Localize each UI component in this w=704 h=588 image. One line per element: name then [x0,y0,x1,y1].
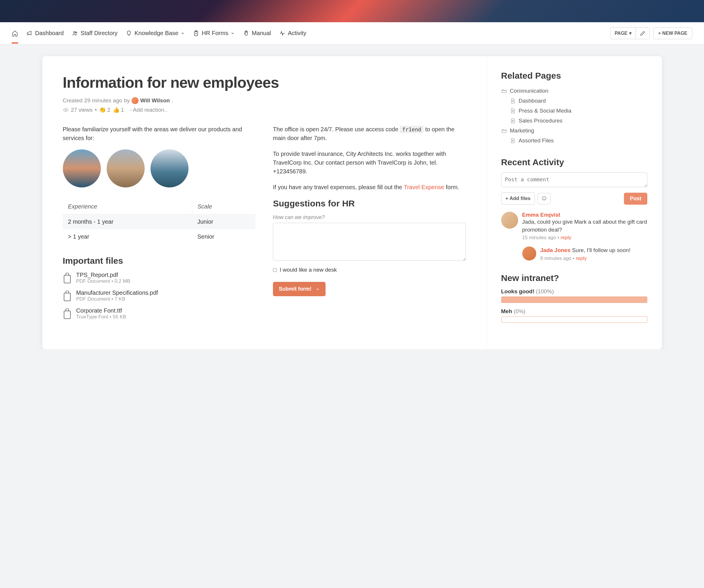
page-title: Information for new employees [63,74,466,91]
poll-option-label: Meh (0%) [501,308,647,315]
tree-doc[interactable]: Press & Social Media [501,106,647,116]
poll-option-label: Looks good! (100%) [501,288,647,295]
file-item[interactable]: TPS_Report.pdf PDF Document • 0.2 MB [63,272,256,284]
emoji-button[interactable] [538,193,550,204]
add-files-button[interactable]: + Add files [501,193,535,205]
bulb-icon [126,30,132,37]
reply-link[interactable]: reply [561,235,571,240]
tree-doc[interactable]: Sales Procedures [501,116,647,126]
tree-doc[interactable]: Assorted Files [501,136,647,146]
comment: Emma Enqvist Jada, could you give Mark a… [501,212,647,240]
eye-icon [63,107,69,113]
comment-meta: 15 minutes ago • reply [522,235,647,240]
comment-author[interactable]: Emma Enqvist [522,212,647,218]
file-item[interactable]: Corporate Font.ttf TrueType Font • 55 KB [63,307,256,320]
reply-link[interactable]: reply [576,256,587,261]
table-row: > 1 year Senior [63,229,256,244]
table-header: Scale [192,199,255,214]
comment-body: Jada, could you give Mark a call about t… [522,218,647,233]
clipboard-icon [193,30,199,37]
nav-activity[interactable]: Activity [279,23,306,44]
page-dropdown-button[interactable]: PAGE ▾ [610,28,636,39]
document-icon [510,118,516,124]
svg-point-10 [545,198,545,198]
post-button[interactable]: Post [624,193,647,205]
nav-home[interactable] [12,23,18,44]
svg-rect-7 [64,311,70,318]
nav-staff-directory[interactable]: Staff Directory [72,23,117,44]
file-icon [63,273,72,283]
poll-bar[interactable] [501,316,647,323]
pulse-icon [279,30,286,37]
svg-point-9 [543,198,544,198]
folder-icon [501,128,507,133]
suggestions-heading: Suggestions for HR [273,199,466,209]
new-page-button[interactable]: + NEW PAGE [653,28,692,39]
svg-point-8 [542,196,546,200]
access-code: fr1end [400,126,423,133]
people-icon [72,30,78,37]
file-item[interactable]: Manufacturer Specifications.pdf PDF Docu… [63,289,256,302]
chevron-down-icon [181,31,185,35]
megaphone-icon [26,30,33,37]
document-icon [510,138,516,144]
svg-point-4 [65,109,66,111]
tree-doc[interactable]: Dashboard [501,96,647,106]
submit-button[interactable]: Submit form! [273,282,326,296]
file-icon [63,309,72,319]
nav-hr-forms[interactable]: HR Forms [193,23,235,44]
comment-input[interactable] [501,172,647,187]
svg-point-1 [75,32,77,33]
thumbs-reaction[interactable]: 👍 1 [113,106,124,113]
clap-reaction[interactable]: 👏 2 [99,106,111,113]
checkbox-label: I would like a new desk [280,267,337,273]
banner-image [0,0,704,22]
svg-rect-6 [64,293,70,301]
office-text: The office is open 24/7. Please use acce… [273,125,466,143]
nav-label: Dashboard [35,30,64,37]
thumbnail-image[interactable] [151,149,188,188]
insurance-text: To provide travel insurance, City Archit… [273,149,466,176]
nav-dashboard[interactable]: Dashboard [26,23,64,44]
thumbnail-image[interactable] [63,149,101,188]
suggestions-textarea[interactable] [273,223,466,261]
document-icon [510,108,516,114]
poll-bar[interactable] [501,297,647,303]
author-avatar [131,97,138,104]
travel-expense-link[interactable]: Travel Expense [404,184,444,190]
nav-label: Knowledge Base [134,30,178,37]
page-meta: Created 29 minutes ago by Will Wilson. [63,97,466,104]
top-nav: Dashboard Staff Directory Knowledge Base… [0,22,704,44]
nav-label: HR Forms [201,30,228,37]
add-reaction-button[interactable]: - Add reaction.. [130,107,167,113]
tree-folder[interactable]: Communication [501,86,647,96]
nav-label: Manual [252,30,271,37]
home-icon [12,30,18,37]
nav-knowledge-base[interactable]: Knowledge Base [126,23,185,44]
nav-manual[interactable]: Manual [243,23,271,44]
poll-heading: New intranet? [501,273,647,283]
new-desk-checkbox[interactable] [273,268,277,272]
comment-avatar [522,247,536,261]
files-heading: Important files [63,256,256,266]
folder-icon [501,88,507,94]
comment-author[interactable]: Jada Jones [540,247,571,253]
table-row: 2 months - 1 year Junior [63,214,256,229]
related-pages-heading: Related Pages [501,71,647,81]
table-header: Experience [63,199,192,214]
comment-reply: Jada Jones Sure, I'll follow up soon! 9 … [522,247,647,261]
intro-text: Please familiarize yourself with the are… [63,125,256,143]
expenses-text: If you have any travel expenses, please … [273,183,466,192]
hand-icon [243,30,249,37]
file-icon [63,290,72,301]
svg-point-0 [73,31,75,33]
comment-body: Jada Jones Sure, I'll follow up soon! [540,247,631,254]
nav-label: Staff Directory [81,30,117,37]
nav-label: Activity [288,30,306,37]
document-icon [510,98,516,104]
edit-button[interactable] [636,28,649,39]
thumbnail-image[interactable] [107,149,145,188]
tree-folder[interactable]: Marketing [501,126,647,136]
comment-avatar [501,212,518,229]
experience-table: Experience Scale 2 months - 1 year Junio… [63,199,256,244]
